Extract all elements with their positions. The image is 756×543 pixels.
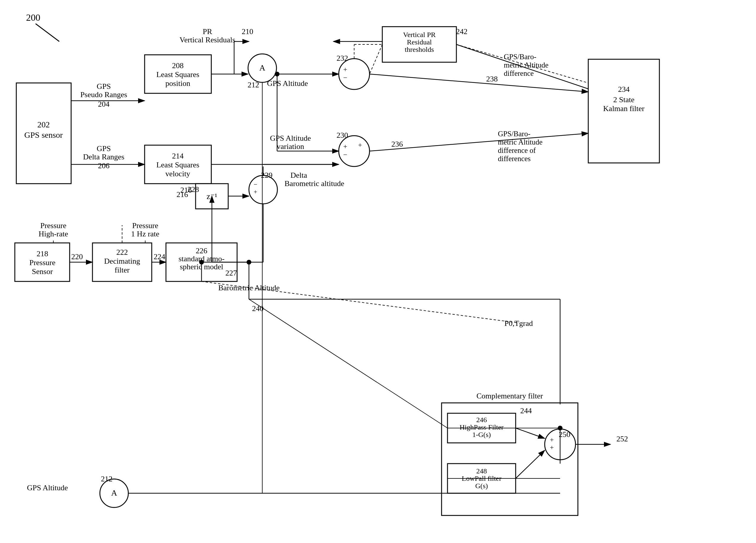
label-pressure-1hz1: Pressure: [132, 221, 158, 230]
label-214: 214: [172, 152, 184, 160]
dashed-line-thresh: [370, 44, 382, 74]
plus-229: +: [254, 188, 257, 196]
plus-250a: +: [550, 436, 554, 443]
label-gps-alt: GPS Altitude: [267, 79, 308, 88]
label-210: 210: [242, 27, 253, 36]
label-200: 200: [26, 12, 40, 23]
label-227: 227: [226, 269, 237, 277]
label-204: 204: [98, 100, 110, 108]
label-gps-baro-dod1: GPS/Baro-: [498, 130, 530, 138]
label-delta-baro1: Delta: [290, 171, 307, 180]
label-228: 228: [188, 185, 199, 194]
label-pressure1: Pressure: [29, 258, 55, 267]
label-gps-baro-diff3: difference: [504, 69, 534, 77]
label-delta-baro2: Barometric altitude: [285, 179, 344, 188]
label-gps-baro-dod4: differences: [498, 155, 531, 163]
label-250: 250: [559, 430, 570, 439]
plus-230: +: [343, 143, 347, 150]
label-224: 224: [154, 253, 165, 261]
label-229: 229: [261, 171, 273, 180]
label-p0tgrad: P0,Tgrad: [504, 319, 533, 328]
label-212: 212: [248, 81, 259, 89]
label-206: 206: [98, 162, 110, 170]
label-232: 232: [337, 54, 348, 63]
label-gps-alt-var2: variation: [277, 142, 304, 151]
label-gps-baro-dod3: difference of: [498, 146, 536, 154]
label-212bot: 212: [101, 475, 113, 483]
label-pressure-hr2: High-rate: [39, 230, 68, 238]
label-pr-vert1: PR: [203, 27, 212, 36]
label-vert-pr2: Residual: [407, 38, 432, 46]
label-hpf1: HighPass Filter: [460, 423, 504, 431]
label-hpf2: 1-G(s): [472, 431, 491, 438]
label-248: 248: [476, 467, 487, 475]
plus-250b: +: [550, 443, 554, 451]
diagram-svg: 202 GPS sensor 208 Least Squares positio…: [0, 0, 756, 543]
label-246: 246: [476, 416, 487, 424]
dot-comp-fork: [558, 426, 562, 430]
label-gps-alt-bot: GPS Altitude: [27, 483, 68, 492]
label-208: 208: [172, 61, 184, 70]
label-252: 252: [616, 435, 628, 443]
label-comp-filter: Complementary filter: [477, 392, 543, 400]
label-a-bot: A: [111, 488, 117, 497]
label-pressure-hr1: Pressure: [40, 221, 66, 230]
circle-229: [249, 175, 277, 204]
label-pressure2: Sensor: [32, 267, 53, 276]
label-gps-delta: GPS: [97, 144, 111, 153]
label-216b: 216: [177, 190, 188, 199]
label-222: 222: [116, 248, 128, 257]
label-lsq-vel2: velocity: [165, 170, 190, 178]
label-244: 244: [520, 406, 532, 415]
label-gps-alt-var1: GPS Altitude: [270, 134, 311, 143]
plus-232: +: [343, 66, 347, 73]
label-lsq-pos2: position: [165, 79, 190, 88]
minus-232: −: [343, 74, 347, 82]
label-vert-pr1: Vertical PR: [403, 31, 436, 39]
label-kalman1: 2 State: [613, 95, 634, 104]
label-gps-sensor: GPS sensor: [24, 130, 63, 140]
minus-229: −: [254, 181, 257, 188]
label-242: 242: [456, 27, 468, 36]
label-240: 240: [252, 304, 264, 313]
label-pseudo-ranges: Pseudo Ranges: [80, 90, 127, 99]
line-baro-to-comp: [249, 299, 447, 428]
label-lpf2: G(s): [475, 482, 488, 490]
arrow-232-to-234: [370, 74, 588, 92]
label-gps-pseudo: GPS: [97, 82, 111, 91]
label-decim1: Decimating: [104, 257, 140, 266]
label-a-top: A: [259, 63, 266, 72]
label-vert-pr3: thresholds: [405, 46, 434, 53]
label-decim2: filter: [115, 266, 130, 274]
label-kalman2: Kalman filter: [603, 104, 645, 113]
label-234: 234: [618, 85, 630, 94]
label-pr-vert2: Vertical Residuals: [180, 36, 235, 44]
dashed-p0tgrad: [202, 281, 519, 323]
label-236: 236: [391, 140, 403, 149]
label-218: 218: [37, 250, 48, 258]
label-pressure-1hz2: 1 Hz rate: [131, 230, 159, 238]
label-238: 238: [486, 75, 498, 83]
plus-230-right: +: [358, 141, 362, 149]
label-220: 220: [71, 253, 83, 261]
minus-230: −: [343, 151, 347, 159]
label-226: 226: [196, 247, 207, 255]
label-delta-ranges: Delta Ranges: [83, 153, 124, 161]
label-gps-baro-dod2: metric Altitude: [498, 138, 543, 146]
label-230: 230: [337, 131, 348, 140]
label-lsq-pos1: Least Squares: [156, 70, 199, 79]
arrow-200: [36, 24, 59, 41]
label-202: 202: [37, 120, 50, 129]
label-lsq-vel1: Least Squares: [156, 161, 199, 169]
